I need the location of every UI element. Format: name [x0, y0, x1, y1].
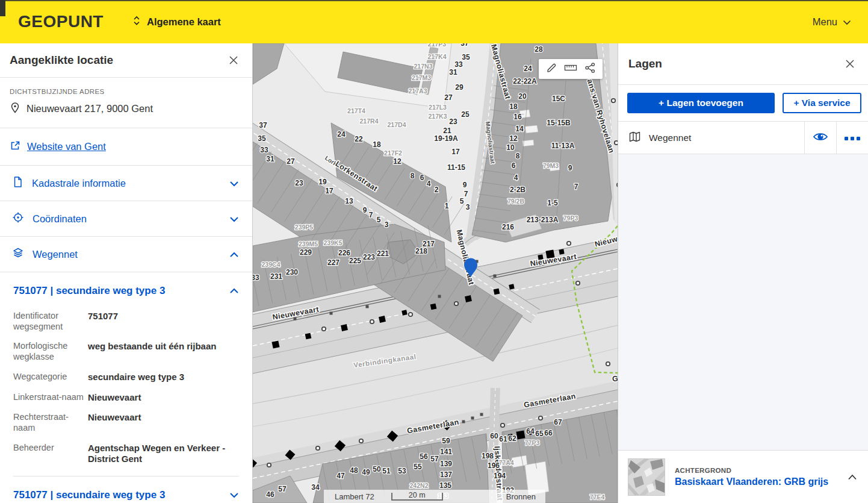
map-label: 62 — [508, 434, 516, 443]
map-label: 217F2 — [384, 149, 402, 157]
segment-title: 751077 | secundaire weg type 3 — [13, 489, 165, 501]
map-label: 239P5 — [295, 223, 314, 231]
map-label: 217K3 — [429, 113, 447, 120]
map-toolbar — [539, 59, 603, 79]
map-label: 34 — [311, 483, 320, 492]
map-label: 56 — [420, 452, 428, 461]
right-panel-title: Lagen — [628, 57, 662, 70]
map-label: 239C4 — [262, 261, 281, 268]
close-left-panel-button[interactable] — [227, 54, 240, 67]
right-panel-header: Lagen — [618, 43, 868, 85]
map-label: 12 — [393, 157, 401, 166]
map-label: 24 — [337, 130, 346, 139]
attr-label: Beheerder — [13, 443, 88, 466]
attr-label: Identificator wegsegment — [13, 311, 88, 332]
map-label: 18 — [373, 140, 381, 149]
map-label: 137 — [440, 470, 452, 479]
top-bar: GEOPUNT Algemene kaart Menu — [0, 0, 868, 43]
map[interactable]: LorkLorkenstraatMagnoliastraatMagnoliast… — [253, 43, 618, 503]
layer-visibility-button[interactable] — [804, 122, 836, 154]
projection-label: Lambert 72 — [335, 492, 374, 501]
map-label: 12 — [509, 134, 518, 143]
section-coordinaten[interactable]: Coördinaten — [0, 201, 252, 237]
map-switcher[interactable]: Algemene kaart — [132, 16, 221, 28]
map-label: 77P3 — [525, 439, 540, 446]
map-label: 37 — [460, 43, 469, 48]
map-label: 7 — [464, 190, 468, 198]
layer-row-wegennet[interactable]: Wegennet — [618, 122, 868, 154]
sources-link[interactable]: Bronnen — [506, 492, 536, 501]
map-label: 35 — [258, 134, 266, 143]
section-kadastrale-informatie[interactable]: Kadastrale informatie — [0, 166, 252, 201]
map-label: 19 — [318, 178, 327, 186]
menu-button[interactable]: Menu — [813, 16, 851, 28]
via-service-button[interactable]: + Via service — [783, 93, 861, 113]
map-label: 57 — [278, 485, 287, 493]
chevron-up-icon — [229, 249, 239, 260]
background-layer-card[interactable]: ACHTERGROND Basiskaart Vlaanderen: GRB g… — [618, 450, 868, 503]
map-label: 11-15 — [447, 163, 465, 172]
map-label: 5 — [460, 197, 464, 205]
map-label: 15-15B — [547, 119, 571, 127]
attr-value: Agentschap Wegen en Verkeer - District G… — [88, 443, 239, 466]
map-label: 46 — [266, 490, 274, 499]
map-label: 48 — [350, 466, 358, 475]
map-label: 49 — [362, 468, 370, 476]
map-label: 51 — [382, 467, 391, 475]
draw-pencil-icon[interactable] — [546, 62, 557, 76]
map-label: 20 — [518, 92, 527, 101]
segment-header-collapsed[interactable]: 751077 | secundaire weg type 3 — [13, 476, 239, 503]
map-label: 242N2 — [410, 482, 429, 489]
share-icon[interactable] — [584, 62, 596, 76]
nearest-address-block: DICHTSTBIJZIJNDE ADRES Nieuwevaart 217, … — [0, 78, 252, 128]
map-label: 139 — [440, 460, 452, 468]
map-label: 22-22A — [513, 77, 537, 86]
attr-value: Nieuwevaart — [88, 412, 239, 433]
section-wegennet[interactable]: Wegennet — [0, 237, 252, 272]
segment-header-expanded[interactable]: 751077 | secundaire weg type 3 — [13, 272, 239, 310]
menu-label: Menu — [813, 16, 837, 28]
layer-options-button[interactable] — [836, 122, 868, 154]
layers-panel-body — [618, 154, 868, 450]
website-link[interactable]: Website van Gent — [27, 141, 106, 152]
map-label: 25 — [461, 110, 470, 119]
geopunt-logo[interactable]: GEOPUNT — [18, 12, 104, 31]
attr-value: weg bestaande uit één rijbaan — [88, 341, 239, 362]
map-label: 217L3 — [429, 104, 447, 111]
map-label: 79/2B — [507, 198, 524, 205]
chevron-up-icon — [229, 285, 239, 297]
map-label: 225 — [349, 257, 361, 265]
map-label: 14 — [515, 125, 524, 133]
map-label: 27 — [287, 157, 295, 166]
segment-attributes: Identificator wegsegment 751077 Morfolog… — [13, 310, 239, 476]
attr-label: Rechterstraat-naam — [13, 412, 88, 433]
map-label: 217N3 — [414, 63, 433, 70]
map-label: 230 — [286, 268, 298, 276]
map-label: 9 — [463, 181, 467, 189]
target-icon — [12, 211, 24, 226]
close-layers-panel-button[interactable] — [843, 57, 857, 70]
map-label: 227 — [327, 258, 339, 267]
map-label: 217K4 — [428, 53, 447, 60]
background-thumbnail — [628, 458, 665, 496]
map-label: 226 — [338, 249, 350, 257]
chevron-down-icon — [843, 16, 851, 28]
map-label: 9 — [568, 164, 572, 172]
external-link-icon — [10, 140, 21, 154]
map-label: 217T4 — [347, 107, 365, 114]
attr-label: Morfologische wegklasse — [13, 341, 88, 362]
chevron-up-icon — [848, 472, 857, 483]
map-canvas: LorkLorkenstraatMagnoliastraatMagnoliast… — [253, 43, 618, 503]
map-label: 22 — [355, 135, 363, 143]
map-switcher-label: Algemene kaart — [147, 16, 221, 28]
measure-ruler-icon[interactable] — [564, 62, 577, 76]
map-label: 1 — [445, 202, 449, 210]
map-attribution: Lambert 72 20 m Bronnen — [324, 490, 545, 503]
geopunt-app: GEOPUNT Algemene kaart Menu Aangeklikte … — [0, 0, 868, 503]
add-layers-button[interactable]: + Lagen toevoegen — [627, 93, 775, 113]
ellipsis-icon — [845, 133, 861, 143]
document-icon — [12, 176, 23, 190]
map-label: 217M3 — [412, 74, 431, 81]
map-label: 77A4 — [498, 459, 513, 466]
background-name[interactable]: Basiskaart Vlaanderen: GRB grijs — [675, 476, 828, 487]
